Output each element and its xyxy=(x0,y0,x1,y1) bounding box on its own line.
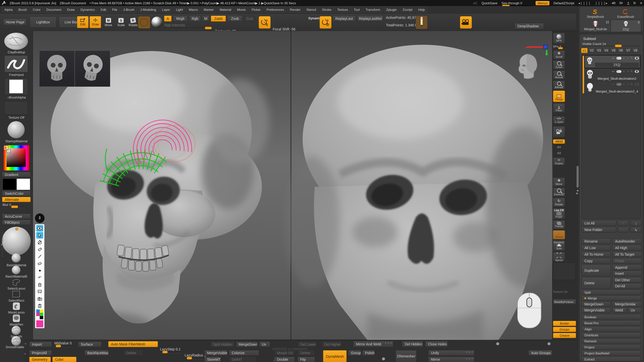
alpha-label[interactable]: ~BrushAlpha xyxy=(0,96,33,99)
copy-button[interactable]: Copy xyxy=(582,258,611,264)
clipboard-icon[interactable] xyxy=(36,302,43,309)
edit-button[interactable]: Edit xyxy=(77,16,89,28)
menu-item[interactable]: Macro xyxy=(186,7,200,13)
minimize-button[interactable]: ▼ xyxy=(627,2,629,5)
camera-head-widget[interactable] xyxy=(511,53,542,82)
subtool-item-1[interactable]: ⇠◐◑✎ 23강 xyxy=(585,56,640,68)
auto-mask-fibermesh-button[interactable]: Auto Mask FiberMesh xyxy=(108,341,158,347)
material-preview-sphere[interactable] xyxy=(2,227,31,255)
dock-left-icon[interactable]: ◂⧉ xyxy=(612,1,616,5)
backfacemask-button[interactable]: BackfaceMask xyxy=(85,350,109,356)
saturation-cursor[interactable] xyxy=(7,149,10,153)
menu-item[interactable]: Movie xyxy=(235,7,248,13)
trash-icon[interactable] xyxy=(36,281,43,288)
actual-button[interactable]: Actual xyxy=(553,70,565,79)
lazystep-slider[interactable]: LazyStep 0.1 xyxy=(159,347,183,353)
menu-item[interactable]: J-Brush xyxy=(121,7,137,13)
scale-button[interactable]: S Scale xyxy=(115,17,127,28)
reference-image-2[interactable] xyxy=(75,51,110,87)
lightbox-button[interactable]: LightBox xyxy=(30,17,56,28)
close-button[interactable]: ✕ xyxy=(640,1,642,5)
geometry-button[interactable]: Geometry xyxy=(29,357,51,362)
polyf-button[interactable]: Line Fill PolyF xyxy=(553,208,565,219)
del-higher-button[interactable]: Del Higher xyxy=(321,342,342,347)
mergedown-tray-button[interactable]: MergeDown xyxy=(236,342,258,347)
alternate-button[interactable]: Alternate xyxy=(2,197,31,202)
new-folder-button[interactable]: New Folder xyxy=(582,227,616,233)
timer-off-icon[interactable] xyxy=(36,239,43,246)
texture-on-label[interactable]: Texture On xyxy=(553,290,576,294)
polypaint-icon[interactable] xyxy=(616,83,621,86)
del-other-button[interactable]: Del Other xyxy=(612,277,641,283)
current-texture-icon[interactable] xyxy=(4,101,28,115)
append-button[interactable]: Append xyxy=(612,265,641,270)
del-lower-button[interactable]: Del Lower xyxy=(297,342,316,347)
storemt-button[interactable]: StoreMT xyxy=(204,357,221,362)
document-canvas[interactable]: ↶ xyxy=(33,31,552,340)
replay-icon[interactable]: D xyxy=(319,16,332,29)
all-to-target-button[interactable]: All To Target xyxy=(612,252,641,257)
mrgb-button[interactable]: Mrgb xyxy=(173,16,188,22)
menu-item[interactable]: Marker xyxy=(202,7,216,13)
screenshot-camera-icon[interactable] xyxy=(36,295,43,302)
pen-tool-icon[interactable] xyxy=(36,246,43,253)
alpha-a-button[interactable]: A xyxy=(164,16,172,22)
dynamic-label[interactable]: Dynamic xyxy=(308,17,321,20)
morph-uv-button[interactable]: Morph UV xyxy=(274,350,295,356)
camera-icon[interactable] xyxy=(460,16,472,29)
zcut-button[interactable]: Zcut xyxy=(244,16,255,22)
panel-scrollbar[interactable] xyxy=(577,166,579,188)
polypaint-icon[interactable] xyxy=(616,57,621,60)
subtool-item-3[interactable]: ⇠◐◑✎ Merged_Skull-decimation2_4 xyxy=(585,82,640,94)
switch-color-button[interactable]: SwitchColor xyxy=(2,191,31,196)
transp-button[interactable]: Transp xyxy=(553,220,565,229)
flip-button[interactable]: Flip xyxy=(297,357,315,362)
replay-last-rel-button[interactable]: ReplayLastRel xyxy=(357,16,383,22)
menus-button[interactable]: Menus xyxy=(536,1,549,5)
whiteboard-icon[interactable] xyxy=(36,288,43,295)
stroke-icon[interactable]: +S xyxy=(259,16,271,29)
insert-button[interactable]: Insert xyxy=(612,271,641,276)
menu-item[interactable]: Document xyxy=(44,7,63,13)
polish-groups-toggle[interactable] xyxy=(547,342,551,345)
menu-item[interactable]: Draw xyxy=(65,7,77,13)
del-all-button[interactable]: Del All xyxy=(612,283,641,289)
xpose-button[interactable]: ↖·↗↙·↘Xpose xyxy=(553,252,565,261)
shade-icon[interactable]: ◐ xyxy=(623,56,625,60)
tray-scroll-left[interactable]: ◂ xyxy=(25,342,28,345)
menu-item[interactable]: Help xyxy=(416,7,427,13)
rotate-xyz-button[interactable]: ↺XYZ xyxy=(553,139,565,144)
groups-button[interactable]: Groups xyxy=(553,327,576,332)
menu-item[interactable]: Tool xyxy=(351,7,362,13)
color-button[interactable]: Color xyxy=(52,357,76,362)
fill-object-button[interactable]: FillObject xyxy=(2,220,31,225)
section-distribute[interactable]: Distribute xyxy=(582,333,641,338)
tray-scroll-right[interactable]: ▸ xyxy=(25,352,28,355)
duplicate-button[interactable]: Duplicate xyxy=(582,265,611,276)
brush-icon[interactable]: ✎ xyxy=(630,56,633,60)
section-bevel-pro[interactable]: Bevel Pro xyxy=(582,321,641,326)
menu-item[interactable]: Alpha xyxy=(2,7,15,13)
menu-item[interactable]: Material xyxy=(217,7,233,13)
resolution-toggle[interactable] xyxy=(382,357,385,360)
groups-tray-button[interactable]: Groups xyxy=(348,350,361,356)
replay-last-button[interactable]: ReplayLast xyxy=(333,16,356,22)
section-project[interactable]: Project xyxy=(582,345,641,350)
brush-icon[interactable]: ✎ xyxy=(630,82,633,86)
quicksave-button[interactable]: QuickSave xyxy=(481,1,497,5)
current-brush-thumbnail[interactable] xyxy=(138,16,150,29)
import-button[interactable]: Import xyxy=(29,342,52,347)
menu-item[interactable]: Render xyxy=(288,7,303,13)
uv-button[interactable]: Uv xyxy=(628,307,641,313)
menu-item[interactable]: Transform xyxy=(363,7,383,13)
texture-preview-slot[interactable] xyxy=(553,262,576,280)
restore-button[interactable]: ⧉ xyxy=(633,1,636,5)
projectall-button[interactable]: ProjectAll xyxy=(29,350,52,356)
visibility-eye-icon[interactable] xyxy=(635,57,639,60)
move-button[interactable]: M Move xyxy=(103,17,114,28)
mirror-and-weld-button[interactable]: Mirror And Weldx y z xyxy=(353,341,393,347)
zoom3d-button[interactable]: Zoom3D xyxy=(553,188,565,197)
secondary-color-swatch[interactable] xyxy=(17,178,30,190)
del-hidden-button[interactable]: Del Hidden xyxy=(402,341,423,347)
main-color-swatch[interactable] xyxy=(3,178,16,190)
